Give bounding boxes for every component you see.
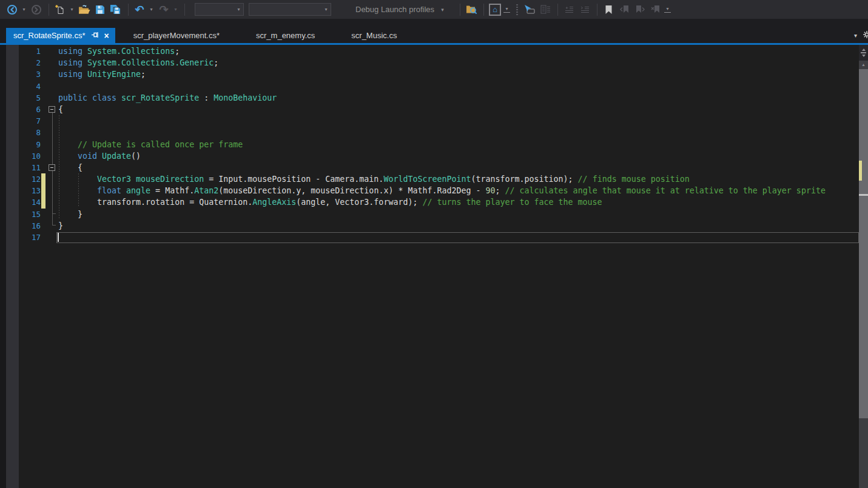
code-line-17[interactable]: 17 xyxy=(0,232,868,243)
undo-button[interactable]: ↶ xyxy=(132,2,147,18)
code-line-15[interactable]: 15 } xyxy=(0,209,868,220)
line-number: 14 xyxy=(19,196,41,208)
back-dropdown-icon[interactable]: ▾ xyxy=(21,7,27,12)
redo-icon: ↷ xyxy=(159,4,168,15)
code-line-16[interactable]: 16} xyxy=(0,220,868,232)
fold-collapse-icon[interactable] xyxy=(49,106,55,113)
code-line-3[interactable]: 3using UnityEngine; xyxy=(0,69,868,80)
back-arrow-icon xyxy=(7,4,18,15)
save-all-button[interactable] xyxy=(109,2,123,18)
open-file-button[interactable] xyxy=(77,2,92,18)
redo-button[interactable]: ↷ xyxy=(156,2,171,18)
pin-icon[interactable] xyxy=(91,31,99,41)
code-line-11[interactable]: 11 { xyxy=(0,162,868,173)
tab-label: scr_m_enemy.cs xyxy=(256,31,315,40)
find-in-files-button[interactable] xyxy=(464,2,479,18)
clear-bookmarks-icon xyxy=(651,5,661,14)
scrollbar-change-annotation xyxy=(859,161,862,181)
new-file-icon xyxy=(55,4,66,15)
vertical-scrollbar[interactable]: ▲ xyxy=(859,45,868,488)
toolbar-separator xyxy=(184,4,185,16)
home-overflow-icon[interactable]: ▾ xyxy=(503,6,510,13)
code-line-4[interactable]: 4 xyxy=(0,81,868,92)
code-line-10[interactable]: 10 void Update() xyxy=(0,150,868,162)
code-text: Vector3 mouseDirection = Input.mousePosi… xyxy=(58,173,690,185)
code-lines[interactable]: 1using System.Collections;2using System.… xyxy=(0,45,868,243)
selection-mode-button[interactable] xyxy=(522,2,537,18)
save-icon xyxy=(95,5,105,15)
fold-margin[interactable] xyxy=(46,162,58,173)
code-line-7[interactable]: 7 xyxy=(0,115,868,127)
fold-margin xyxy=(46,69,58,80)
increase-indent-button[interactable] xyxy=(577,2,592,18)
navigate-back-button[interactable] xyxy=(5,2,19,18)
undo-dropdown-icon[interactable]: ▾ xyxy=(148,7,155,12)
toolbar-separator xyxy=(128,4,129,16)
code-line-2[interactable]: 2using System.Collections.Generic; xyxy=(0,57,868,69)
chevron-down-icon: ▾ xyxy=(235,7,242,12)
platform-combobox[interactable]: ▾ xyxy=(249,3,331,16)
home-frame-icon: ⌂ xyxy=(489,4,501,16)
tab-scr-music[interactable]: scr_Music.cs xyxy=(333,28,415,43)
scroll-up-icon[interactable]: ▲ xyxy=(859,61,868,69)
close-icon[interactable]: × xyxy=(104,32,109,40)
save-button[interactable] xyxy=(93,2,107,18)
tab-label: scr_Music.cs xyxy=(351,31,397,40)
tab-scr-m-enemy[interactable]: scr_m_enemy.cs xyxy=(238,28,333,43)
fold-margin xyxy=(46,185,58,196)
new-file-button[interactable] xyxy=(53,2,67,18)
fold-collapse-icon[interactable] xyxy=(49,164,55,171)
split-window-handle[interactable] xyxy=(859,45,868,61)
redo-dropdown-icon[interactable]: ▾ xyxy=(172,7,179,12)
code-text: transform.rotation = Quaternion.AngleAxi… xyxy=(58,196,602,208)
toolbar-separator xyxy=(460,4,460,16)
next-bookmark-icon xyxy=(635,5,645,14)
chevron-down-icon: ▾ xyxy=(439,7,446,13)
code-text: using UnityEngine; xyxy=(58,69,146,80)
navigate-forward-button[interactable] xyxy=(29,2,44,18)
toolbar-drag-grip[interactable] xyxy=(516,4,518,15)
clear-bookmarks-button[interactable] xyxy=(648,2,663,18)
fold-margin xyxy=(46,45,58,57)
toggle-bookmark-button[interactable] xyxy=(601,2,616,18)
tab-scr-playermovement[interactable]: scr_playerMovement.cs* xyxy=(115,28,238,43)
code-line-6[interactable]: 6{ xyxy=(0,104,868,115)
text-caret xyxy=(58,233,59,242)
fold-margin xyxy=(46,57,58,69)
toolbar-overflow-icon[interactable]: ▾ xyxy=(664,6,671,13)
code-line-5[interactable]: 5public class scr_RotateSprite : MonoBeh… xyxy=(0,92,868,104)
code-line-14[interactable]: 14 transform.rotation = Quaternion.Angle… xyxy=(0,196,868,208)
line-number: 10 xyxy=(19,150,41,162)
change-marker xyxy=(41,69,46,80)
code-line-13[interactable]: 13 float angle = Mathf.Atan2(mouseDirect… xyxy=(0,185,868,196)
config-combobox[interactable]: ▾ xyxy=(195,3,244,16)
scrollbar-caret-annotation xyxy=(859,194,868,196)
home-button[interactable]: ⌂ xyxy=(488,2,502,18)
code-text: { xyxy=(58,104,63,115)
document-list-dropdown-icon[interactable]: ▾ xyxy=(854,32,857,39)
next-bookmark-button[interactable] xyxy=(633,2,647,18)
change-marker xyxy=(41,173,46,185)
decrease-indent-button[interactable] xyxy=(562,2,576,18)
previous-bookmark-button[interactable] xyxy=(617,2,631,18)
toolbar-separator xyxy=(483,4,484,16)
line-number: 7 xyxy=(19,115,41,127)
code-line-9[interactable]: 9 // Update is called once per frame xyxy=(0,139,868,150)
debug-launch-profiles-dropdown[interactable]: Debug Launch profiles ▾ xyxy=(355,5,448,14)
toolbar-separator xyxy=(49,4,49,16)
line-number: 8 xyxy=(19,127,41,138)
fold-margin[interactable] xyxy=(46,104,58,115)
code-editor[interactable]: 1using System.Collections;2using System.… xyxy=(0,45,868,488)
code-line-1[interactable]: 1using System.Collections; xyxy=(0,45,868,57)
gear-icon[interactable] xyxy=(863,30,868,41)
code-line-12[interactable]: 12 Vector3 mouseDirection = Input.mouseP… xyxy=(0,173,868,185)
scrollbar-thumb[interactable] xyxy=(859,69,868,418)
code-line-8[interactable]: 8 xyxy=(0,127,868,138)
debug-launch-profiles-label: Debug Launch profiles xyxy=(355,5,434,14)
format-document-button[interactable] xyxy=(538,2,553,18)
change-marker xyxy=(41,115,46,127)
line-number: 1 xyxy=(19,45,41,57)
tab-scr-rotatesprite[interactable]: scr_RotateSprite.cs* × xyxy=(6,28,115,43)
new-file-dropdown-icon[interactable]: ▾ xyxy=(69,7,75,12)
increase-indent-icon xyxy=(580,5,590,15)
